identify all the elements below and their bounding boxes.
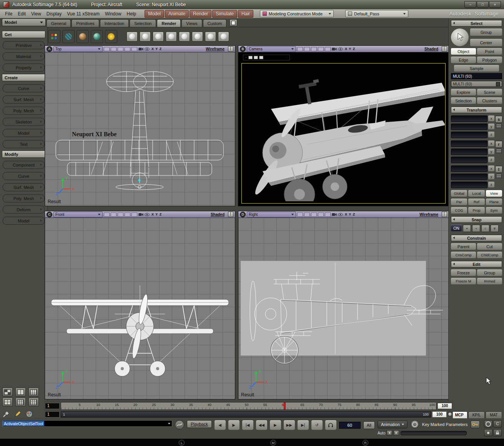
create-surf-mesh-button[interactable]: Surf. Mesh <box>3 95 45 104</box>
camera-icon[interactable] <box>138 47 143 51</box>
select-cursor-icon[interactable] <box>451 28 469 46</box>
tab-primitives[interactable]: Primitives <box>72 19 99 27</box>
c-toggle-button[interactable]: C <box>493 420 502 428</box>
material-palette-icon[interactable] <box>48 30 60 43</box>
menu-display[interactable]: Display <box>44 10 64 17</box>
center-button[interactable]: Center <box>470 39 502 46</box>
tearoff-page-icon[interactable] <box>230 19 237 26</box>
snap-point-icon[interactable]: • <box>463 225 471 232</box>
viewport-d-xyz-toggle[interactable]: X Y Z <box>345 212 355 216</box>
scene-button[interactable]: Scene <box>477 89 502 95</box>
selection-field-primary[interactable]: MULTI (93) <box>451 73 502 79</box>
filter-point-button[interactable]: Point <box>477 48 502 55</box>
constrain-cnscomp-button[interactable]: CnsComp <box>451 252 476 258</box>
menu-vue-xstream[interactable]: Vue 11 xStream <box>64 10 102 17</box>
memo-cam-slot[interactable] <box>318 212 324 217</box>
viewport-d-canvas[interactable]: Y X Z Result <box>238 218 449 399</box>
auto-key-slider[interactable] <box>401 431 467 435</box>
menu-help[interactable]: Help <box>124 10 139 17</box>
memo-cam-slot[interactable] <box>311 212 317 217</box>
explore-button[interactable]: Explore <box>451 89 476 95</box>
active-tool-field[interactable]: ActivateObjectSelTool <box>2 420 172 427</box>
sample-button[interactable]: Sample <box>454 65 499 72</box>
tab-render[interactable]: Render <box>157 19 181 27</box>
scale-mode-button[interactable]: s <box>495 116 502 123</box>
viewport-c-view-dropdown[interactable]: Front <box>53 212 103 217</box>
playback-range-slider[interactable]: 1 100 <box>61 411 431 418</box>
constrain-cut-button[interactable]: Cut <box>477 243 502 250</box>
sym-button[interactable]: Sym <box>486 207 502 214</box>
edit-freeze-m-button[interactable]: Freeze M <box>451 278 476 284</box>
rotate-mode-button[interactable]: r <box>495 141 502 148</box>
ref-ref-button[interactable]: Ref <box>468 199 484 205</box>
cog-button[interactable]: COG <box>451 207 467 214</box>
modify-component-button[interactable]: Component <box>3 161 45 169</box>
menu-window[interactable]: Window <box>102 10 124 17</box>
space-local-button[interactable]: Local <box>468 190 484 197</box>
maximize-button[interactable]: □ <box>477 1 489 8</box>
memo-cam-slot[interactable] <box>111 47 116 51</box>
translate-x-slider[interactable] <box>451 165 487 172</box>
menu-view[interactable]: View <box>28 10 44 17</box>
rotate-x-slider[interactable] <box>451 140 487 147</box>
viewport-a-xyz-toggle[interactable]: X Y Z <box>151 47 162 51</box>
space-global-button[interactable]: Global <box>451 190 467 197</box>
create-model-button[interactable]: Model <box>3 129 45 137</box>
menu-edit[interactable]: Edit <box>15 10 28 17</box>
constrain-chldcomp-button[interactable]: ChldComp <box>477 252 502 258</box>
animation-dropdown[interactable]: Animation <box>378 421 408 428</box>
menu-hair[interactable]: Hair <box>238 10 253 18</box>
viewport-b-view-dropdown[interactable]: Camera <box>247 46 296 52</box>
frame-forward-button[interactable]: ▶ <box>228 420 240 430</box>
viewport-c-display-mode[interactable]: Shaded <box>211 212 225 217</box>
viewport-d-letter-badge[interactable]: D <box>240 212 246 217</box>
shader-preset-icon[interactable] <box>126 32 138 42</box>
update-curve-icon[interactable] <box>175 420 184 429</box>
modify-section-header[interactable]: Modify <box>2 150 45 158</box>
memo-cam-slot[interactable] <box>125 212 130 217</box>
transform-section-header[interactable]: Transform <box>451 107 502 113</box>
loop-button[interactable]: ↺ <box>311 420 323 430</box>
snap-on-button[interactable]: ON <box>451 225 462 231</box>
panel-tab-kpl[interactable]: KP/L <box>468 411 485 419</box>
light-tool-icon[interactable] <box>105 30 117 43</box>
viewport-a-canvas[interactable]: Neuport XI Bebe Y X Z Result <box>45 52 235 206</box>
snapshot-icon[interactable] <box>411 420 419 429</box>
translate-x-toggle[interactable]: x <box>488 165 494 171</box>
key-icon[interactable] <box>471 421 480 428</box>
construction-mode-select[interactable]: Modeling Construction Mode <box>260 10 334 17</box>
range-end-field[interactable]: 100 <box>432 411 447 418</box>
shader-preset-icon[interactable] <box>205 32 216 42</box>
tab-interaction[interactable]: Interaction <box>100 19 129 27</box>
render-pass-select[interactable]: Default_Pass <box>345 10 408 17</box>
close-icon[interactable]: × <box>286 55 288 60</box>
environment-material-icon[interactable] <box>91 30 103 43</box>
timeline-end-field[interactable]: 100 <box>437 403 452 409</box>
viewport-b-xyz-toggle[interactable]: X Y Z <box>345 47 355 51</box>
translate-y-toggle[interactable]: y <box>488 174 494 179</box>
edit-freeze-button[interactable]: Freeze <box>451 269 476 276</box>
memo-cam-slot[interactable] <box>297 47 303 51</box>
menu-animate[interactable]: Animate <box>165 10 189 18</box>
snap-section-header[interactable]: Snap <box>451 216 502 223</box>
memo-cam-slot[interactable] <box>325 47 331 51</box>
constrain-parent-button[interactable]: Parent <box>451 243 476 250</box>
memo-cam-slot[interactable] <box>254 56 258 59</box>
get-primitive-button[interactable]: Primitive <box>3 41 45 49</box>
memo-cam-slot[interactable] <box>125 47 130 51</box>
create-skeleton-button[interactable]: Skeleton <box>3 118 45 126</box>
menu-render[interactable]: Render <box>190 10 211 18</box>
scale-x-slider[interactable] <box>451 115 487 122</box>
layout-quad-icon[interactable] <box>2 398 13 406</box>
viewport-b-letter-badge[interactable]: B <box>240 46 246 52</box>
layout-checker-icon[interactable] <box>2 388 13 396</box>
go-start-button[interactable]: |◀ <box>242 420 253 430</box>
edit-group-button[interactable]: Group <box>477 269 502 276</box>
shader-preset-icon[interactable] <box>179 32 190 42</box>
memo-cam-slot[interactable] <box>131 47 137 51</box>
shader-preset-icon[interactable] <box>218 32 229 42</box>
filter-object-button[interactable]: Object <box>451 48 476 55</box>
tab-custom[interactable]: Custom <box>203 19 227 27</box>
memo-cam-slot[interactable] <box>325 212 331 217</box>
shader-preset-icon[interactable] <box>140 32 151 42</box>
